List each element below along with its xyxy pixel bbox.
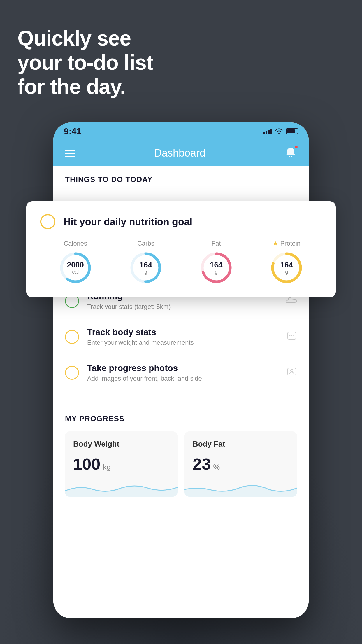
body-fat-chart	[184, 479, 297, 497]
nav-bar: Dashboard	[53, 140, 309, 166]
nutrition-fat: Fat 164 g	[199, 240, 233, 285]
todo-circle-progress-photos	[65, 366, 79, 380]
todo-list: Running Track your stats (target: 5km) T…	[53, 283, 309, 391]
protein-unit: g	[280, 269, 293, 275]
notification-dot	[294, 145, 298, 149]
todo-subtitle-running: Track your stats (target: 5km)	[87, 303, 285, 311]
body-weight-card[interactable]: Body Weight 100 kg	[65, 431, 178, 497]
todo-title-progress-photos: Take progress photos	[87, 363, 287, 373]
progress-cards: Body Weight 100 kg Body Fat	[65, 431, 297, 497]
todo-item-body-stats[interactable]: Track body stats Enter your weight and m…	[65, 319, 297, 355]
hamburger-menu[interactable]	[65, 150, 75, 157]
phone-frame: 9:41 Dashboard	[53, 123, 309, 618]
body-fat-value-row: 23 %	[193, 454, 289, 473]
carbs-unit: g	[140, 269, 152, 275]
person-photo-icon	[287, 366, 297, 379]
fat-label: Fat	[212, 240, 221, 247]
nutrition-row: Calories 2000 cal Carbs	[40, 240, 322, 285]
things-todo-header: THINGS TO DO TODAY	[53, 166, 309, 190]
battery-icon	[286, 128, 298, 134]
progress-section: MY PROGRESS Body Weight 100 kg	[53, 402, 309, 497]
nutrition-check-circle[interactable]	[40, 214, 55, 229]
body-weight-value: 100	[73, 454, 100, 473]
body-fat-unit: %	[213, 463, 220, 472]
protein-label: Protein	[280, 240, 301, 247]
carbs-label: Carbs	[137, 240, 154, 247]
protein-label-row: ★ Protein	[273, 240, 301, 247]
todo-subtitle-body-stats: Enter your weight and measurements	[87, 339, 287, 346]
status-icons	[263, 128, 298, 134]
progress-header: MY PROGRESS	[65, 414, 297, 423]
calories-circle: 2000 cal	[59, 251, 92, 285]
status-time: 9:41	[64, 126, 81, 136]
protein-value: 164	[280, 261, 293, 269]
todo-title-body-stats: Track body stats	[87, 327, 287, 337]
nutrition-card: Hit your daily nutrition goal Calories 2…	[26, 201, 336, 298]
nutrition-carbs: Carbs 164 g	[129, 240, 163, 285]
hero-line3: for the day.	[17, 75, 153, 99]
scale-icon	[287, 330, 297, 343]
body-weight-unit: kg	[103, 463, 110, 472]
protein-star-icon: ★	[273, 240, 278, 247]
todo-item-progress-photos[interactable]: Take progress photos Add images of your …	[65, 355, 297, 391]
body-weight-chart	[65, 479, 178, 497]
body-weight-title: Body Weight	[73, 440, 169, 449]
fat-circle: 164 g	[199, 251, 233, 285]
svg-point-3	[291, 369, 293, 372]
protein-circle: 164 g	[270, 251, 303, 285]
nutrition-card-header: Hit your daily nutrition goal	[40, 214, 322, 229]
hero-text: Quickly see your to-do list for the day.	[17, 26, 153, 99]
hero-line1: Quickly see	[17, 26, 153, 50]
hero-line2: your to-do list	[17, 50, 153, 75]
carbs-circle: 164 g	[129, 251, 163, 285]
bell-icon[interactable]	[284, 146, 297, 160]
nutrition-calories: Calories 2000 cal	[59, 240, 92, 285]
todo-subtitle-progress-photos: Add images of your front, back, and side	[87, 375, 287, 382]
fat-unit: g	[210, 269, 222, 275]
nutrition-protein: ★ Protein 164 g	[270, 240, 303, 285]
carbs-value: 164	[140, 261, 152, 269]
body-weight-value-row: 100 kg	[73, 454, 169, 473]
body-fat-title: Body Fat	[193, 440, 289, 449]
fat-value: 164	[210, 261, 222, 269]
todo-text-progress-photos: Take progress photos Add images of your …	[87, 363, 287, 382]
nav-title: Dashboard	[154, 147, 205, 159]
todo-circle-body-stats	[65, 330, 79, 344]
todo-text-body-stats: Track body stats Enter your weight and m…	[87, 327, 287, 346]
calories-label: Calories	[64, 240, 87, 247]
wifi-icon	[275, 128, 283, 134]
calories-unit: cal	[67, 269, 84, 275]
nutrition-card-title: Hit your daily nutrition goal	[64, 216, 192, 228]
body-fat-value: 23	[193, 454, 211, 473]
status-bar: 9:41	[53, 123, 309, 140]
signal-bars-icon	[263, 128, 272, 134]
body-fat-card[interactable]: Body Fat 23 %	[184, 431, 297, 497]
svg-point-1	[291, 335, 292, 336]
calories-value: 2000	[67, 261, 84, 269]
